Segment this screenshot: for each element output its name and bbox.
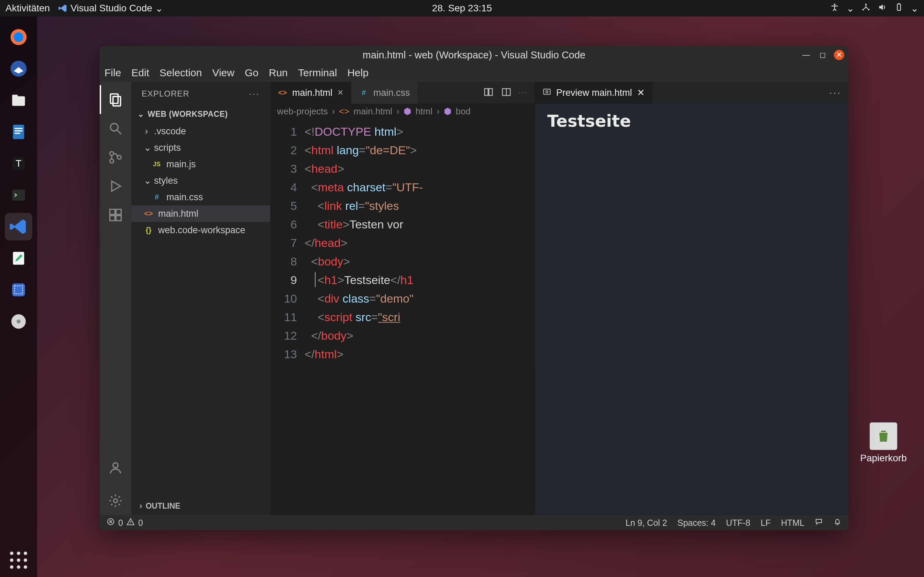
minimize-button[interactable]: — — [801, 50, 811, 60]
volume-icon[interactable] — [877, 2, 887, 15]
vscode-icon — [58, 3, 68, 13]
dock-text[interactable]: T — [5, 150, 32, 177]
dock-screenshot[interactable] — [5, 276, 32, 304]
dock: T — [0, 16, 37, 577]
outline-section[interactable]: ›OUTLINE — [131, 496, 270, 515]
network-icon[interactable] — [861, 2, 871, 15]
editor-tab[interactable]: <>main.html✕ — [270, 82, 351, 104]
explorer-more-icon[interactable]: ··· — [249, 89, 260, 98]
errors-icon[interactable] — [107, 517, 115, 528]
tree-file[interactable]: {}web.code-workspace — [131, 222, 270, 239]
statusbar: 0 0 Ln 9, Col 2 Spaces: 4 UTF-8 LF HTML — [100, 515, 848, 530]
chevron-down-icon[interactable]: ⌄ — [911, 3, 919, 14]
titlebar[interactable]: main.html - web (Workspace) - Visual Stu… — [100, 46, 848, 64]
svg-rect-14 — [15, 132, 20, 134]
editor-tab[interactable]: #main.css — [351, 82, 418, 104]
svg-rect-19 — [12, 283, 25, 296]
svg-rect-13 — [15, 130, 23, 132]
menu-run[interactable]: Run — [269, 67, 288, 79]
tree-file[interactable]: JSmain.js — [131, 156, 270, 172]
dock-thunderbird[interactable] — [5, 55, 32, 82]
menu-help[interactable]: Help — [347, 67, 368, 79]
tree-folder[interactable]: ⌄styles — [131, 172, 270, 189]
svg-rect-35 — [485, 89, 488, 95]
tree-file[interactable]: <>main.html — [131, 205, 270, 222]
split-editor-icon[interactable] — [501, 87, 512, 98]
trash-icon — [870, 422, 897, 450]
compare-changes-icon[interactable] — [483, 87, 494, 98]
breadcrumb[interactable]: web-projects› <>main.html› ⬢html› ⬢bod — [270, 104, 535, 119]
window-title: main.html - web (Workspace) - Visual Stu… — [363, 50, 585, 61]
dock-files[interactable] — [5, 87, 32, 114]
dock-firefox[interactable] — [5, 23, 32, 51]
svg-point-0 — [834, 3, 836, 5]
menu-view[interactable]: View — [212, 67, 234, 79]
svg-rect-10 — [12, 95, 18, 98]
vscode-window: main.html - web (Workspace) - Visual Stu… — [100, 46, 848, 530]
dock-terminal[interactable] — [5, 181, 32, 209]
preview-heading: Testseite — [547, 111, 836, 131]
status-lang[interactable]: HTML — [781, 518, 804, 528]
app-menu-label: Visual Studio Code — [71, 3, 152, 14]
battery-icon[interactable] — [894, 2, 904, 15]
explorer-sidebar: EXPLORER ··· ⌄WEB (WORKSPACE) ›.vscode⌄s… — [131, 82, 270, 515]
more-icon[interactable]: ··· — [519, 90, 528, 96]
dock-writer[interactable] — [5, 118, 32, 146]
app-menu[interactable]: Visual Studio Code ⌄ — [58, 3, 163, 14]
menu-go[interactable]: Go — [245, 67, 258, 79]
code-editor[interactable]: 12345678910111213 <!DOCTYPE html><html l… — [270, 119, 535, 363]
dock-gedit[interactable] — [5, 245, 32, 272]
status-cursor[interactable]: Ln 9, Col 2 — [626, 518, 667, 528]
desktop-trash[interactable]: Papierkorb — [859, 422, 908, 464]
menu-terminal[interactable]: Terminal — [298, 67, 337, 79]
preview-body[interactable]: Testseite — [535, 104, 848, 515]
activity-account[interactable] — [100, 453, 131, 482]
activity-bar — [100, 82, 131, 515]
svg-point-27 — [110, 160, 114, 163]
feedback-icon[interactable] — [815, 517, 823, 528]
activity-extensions[interactable] — [100, 201, 131, 229]
status-spaces[interactable]: Spaces: 4 — [677, 518, 716, 528]
workspace-section[interactable]: ⌄WEB (WORKSPACE) — [131, 106, 270, 122]
preview-tab[interactable]: Preview main.html ✕ — [535, 82, 653, 104]
svg-point-33 — [113, 463, 118, 468]
svg-rect-36 — [489, 89, 492, 95]
menu-edit[interactable]: Edit — [131, 67, 149, 79]
menu-file[interactable]: File — [105, 67, 121, 79]
activities-button[interactable]: Aktivitäten — [5, 3, 50, 14]
tree-file[interactable]: #main.css — [131, 189, 270, 205]
close-icon[interactable]: ✕ — [637, 87, 645, 98]
status-encoding[interactable]: UTF-8 — [726, 518, 750, 528]
accessibility-icon[interactable] — [830, 2, 840, 15]
close-button[interactable]: ✕ — [834, 50, 844, 60]
svg-point-25 — [110, 123, 118, 131]
svg-rect-29 — [110, 210, 115, 214]
warnings-icon[interactable] — [126, 517, 135, 528]
dock-disc[interactable] — [5, 308, 32, 335]
preview-tab-label: Preview main.html — [556, 88, 632, 98]
activity-settings[interactable] — [100, 486, 131, 515]
svg-rect-30 — [116, 210, 121, 214]
clock[interactable]: 28. Sep 23:15 — [432, 3, 492, 14]
bell-icon[interactable] — [833, 517, 842, 528]
warnings-count[interactable]: 0 — [138, 518, 143, 528]
dock-show-apps[interactable] — [10, 551, 27, 569]
menu-selection[interactable]: Selection — [160, 67, 202, 79]
tree-folder[interactable]: ⌄scripts — [131, 139, 270, 156]
svg-point-1 — [865, 3, 867, 5]
svg-text:T: T — [16, 158, 21, 169]
maximize-button[interactable]: ◻ — [817, 50, 828, 60]
chevron-down-icon[interactable]: ⌄ — [846, 3, 854, 14]
tree-folder[interactable]: ›.vscode — [131, 123, 270, 139]
activity-explorer[interactable] — [100, 85, 131, 114]
svg-rect-24 — [113, 97, 121, 106]
activity-search[interactable] — [100, 114, 131, 143]
activity-debug[interactable] — [100, 172, 131, 201]
activity-scm[interactable] — [100, 143, 131, 172]
more-icon[interactable]: ··· — [829, 87, 842, 98]
errors-count[interactable]: 0 — [118, 518, 123, 528]
close-icon[interactable]: ✕ — [337, 88, 343, 97]
status-eol[interactable]: LF — [761, 518, 771, 528]
svg-rect-38 — [543, 89, 550, 94]
dock-vscode[interactable] — [5, 213, 32, 240]
